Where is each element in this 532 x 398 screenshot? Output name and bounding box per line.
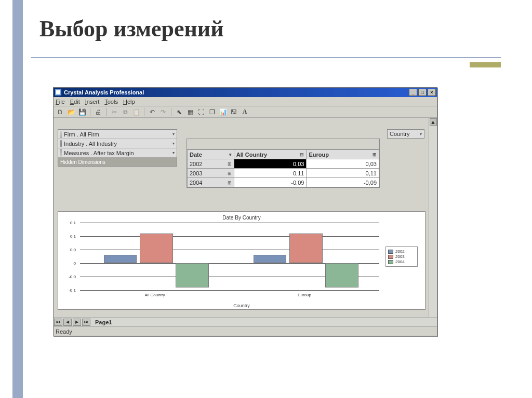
expand-icon[interactable]: ⊞ xyxy=(373,152,377,157)
chart-x-label: Country xyxy=(58,303,425,308)
chart-panel: Date By Country 0,1 0,1 0,0 0 -0,0 -0,1 xyxy=(58,211,425,310)
menu-tools[interactable]: Tools xyxy=(104,99,118,105)
row-label[interactable]: 2004⊞ xyxy=(188,178,234,187)
slide-rule xyxy=(31,57,501,58)
col-header-label: All Country xyxy=(236,152,267,158)
chart-legend: 2002 2003 2004 xyxy=(385,246,418,267)
first-page-button[interactable]: ⏮ xyxy=(54,319,62,326)
col-header-euroup[interactable]: Euroup ⊞ xyxy=(307,150,379,159)
row-label[interactable]: 2002⊞ xyxy=(188,159,234,169)
column-dimension-label: Country xyxy=(390,131,410,137)
chevron-down-icon[interactable]: ▾ xyxy=(229,152,232,157)
expand-icon[interactable]: ⊞ xyxy=(228,180,232,185)
table-row: 2002⊞ 0,03 0,03 xyxy=(188,159,379,169)
legend-swatch-2003 xyxy=(388,255,393,259)
crop-icon[interactable]: ⛶ xyxy=(196,107,206,117)
y-tick: -0,1 xyxy=(69,288,76,293)
menu-edit[interactable]: Edit xyxy=(70,99,80,105)
slide-rule-accent xyxy=(470,62,501,67)
page-tab[interactable]: Page1 xyxy=(95,319,112,325)
menu-insert[interactable]: Insert xyxy=(85,99,100,105)
col-header-label: Euroup xyxy=(309,152,329,158)
legend-label: 2003 xyxy=(395,254,405,259)
y-tick: 0,1 xyxy=(70,221,76,225)
toolbar-sep xyxy=(171,108,171,116)
chevron-down-icon[interactable]: ▾ xyxy=(172,150,175,155)
cut-icon[interactable]: ✂ xyxy=(110,107,119,117)
chart-grid xyxy=(80,223,379,290)
app-icon xyxy=(55,89,62,96)
slide-title: Выбор измерений xyxy=(39,16,224,42)
toolbar-sep xyxy=(90,108,90,116)
row-label[interactable]: 2003⊞ xyxy=(188,169,234,178)
toolbar: 🗋 📂 💾 🖨 ✂ ⧉ 📋 ↶ ↷ ⬉ ▦ ⛶ ❐ 📊 🖫 A xyxy=(54,106,437,118)
next-page-button[interactable]: ▶ xyxy=(73,319,81,326)
table-row: 2004⊞ -0,09 -0,09 xyxy=(188,178,379,187)
prev-page-button[interactable]: ◀ xyxy=(63,319,72,326)
dimension-label: Industry . All Industry xyxy=(64,141,117,147)
chevron-down-icon[interactable]: ▾ xyxy=(172,132,175,136)
toolbar-sep xyxy=(106,108,107,116)
open-icon[interactable]: 📂 xyxy=(66,107,76,117)
last-page-button[interactable]: ⏭ xyxy=(82,319,90,326)
table-row: 2003⊞ 0,11 0,11 xyxy=(188,169,379,178)
dimension-industry[interactable]: Industry . All Industry ▾ xyxy=(58,139,177,148)
minimize-button[interactable]: _ xyxy=(409,89,417,96)
bar-2003-all xyxy=(140,234,172,263)
pointer-icon[interactable]: ⬉ xyxy=(175,107,184,117)
dimension-measures[interactable]: Measures . After tax Margin ▾ xyxy=(58,148,177,158)
vertical-scrollbar[interactable]: ▲ xyxy=(429,118,437,317)
expand-icon[interactable]: ⊞ xyxy=(228,161,232,167)
legend-swatch-2004 xyxy=(388,260,393,264)
drag-handle-icon[interactable] xyxy=(60,140,62,147)
paste-icon[interactable]: 📋 xyxy=(131,107,141,117)
cell-value[interactable]: -0,09 xyxy=(234,178,307,187)
drag-handle-icon[interactable] xyxy=(60,131,62,138)
hidden-dimensions-header[interactable]: Hidden Dimensions xyxy=(58,158,177,166)
drag-handle-icon[interactable] xyxy=(60,149,62,157)
expand-icon[interactable]: ⊞ xyxy=(228,171,232,176)
titlebar[interactable]: Crystal Analysis Professional _ □ × xyxy=(54,88,437,97)
table-icon[interactable]: ▦ xyxy=(185,107,195,117)
cell-value[interactable]: 0,03 xyxy=(234,159,307,169)
bar-2004-eur xyxy=(325,263,358,287)
menu-help[interactable]: Help xyxy=(123,99,135,105)
dimension-firm[interactable]: Firm . All Firm ▾ xyxy=(58,130,177,139)
close-button[interactable]: × xyxy=(428,89,436,96)
cell-value[interactable]: -0,09 xyxy=(307,178,379,187)
cell-value[interactable]: 0,11 xyxy=(307,169,379,178)
dimension-pane: Firm . All Firm ▾ Industry . All Industr… xyxy=(58,129,177,167)
chart-title: Date By Country xyxy=(62,215,421,221)
chevron-down-icon[interactable]: ▾ xyxy=(172,141,175,146)
row-dimension-header[interactable]: Date ▾ xyxy=(188,150,234,159)
text-icon[interactable]: A xyxy=(240,107,249,117)
chart-icon[interactable]: 📊 xyxy=(218,107,228,117)
scroll-up-button[interactable]: ▲ xyxy=(430,118,437,126)
main-area: Firm . All Firm ▾ Industry . All Industr… xyxy=(54,118,437,317)
bar-2004-all xyxy=(176,263,208,287)
status-text: Ready xyxy=(56,328,72,335)
bar-2002-eur xyxy=(254,255,286,263)
slide-accent-stripe xyxy=(12,0,23,398)
window-icon[interactable]: ❐ xyxy=(207,107,217,117)
redo-icon[interactable]: ↷ xyxy=(158,107,168,117)
save-icon[interactable]: 💾 xyxy=(77,107,87,117)
col-header-all-country[interactable]: All Country ⊟ xyxy=(234,150,307,159)
bar-2003-eur xyxy=(289,234,322,263)
print-icon[interactable]: 🖨 xyxy=(94,107,103,117)
copy-icon[interactable]: ⧉ xyxy=(121,107,130,117)
maximize-button[interactable]: □ xyxy=(418,89,427,96)
column-dimension-country[interactable]: Country ▾ xyxy=(387,129,424,139)
undo-icon[interactable]: ↶ xyxy=(148,107,157,117)
y-tick: 0 xyxy=(74,261,76,266)
cell-value[interactable]: 0,03 xyxy=(307,159,379,169)
chart-plot-area: 0,1 0,1 0,0 0 -0,0 -0,1 xyxy=(62,223,421,290)
app-window: Crystal Analysis Professional _ □ × File… xyxy=(53,87,437,336)
collapse-icon[interactable]: ⊟ xyxy=(300,152,304,157)
save2-icon[interactable]: 🖫 xyxy=(229,107,238,117)
chevron-down-icon[interactable]: ▾ xyxy=(420,132,422,136)
toolbar-sep xyxy=(144,108,144,116)
cell-value[interactable]: 0,11 xyxy=(234,169,307,178)
new-icon[interactable]: 🗋 xyxy=(56,107,65,117)
menu-file[interactable]: File xyxy=(56,99,65,105)
